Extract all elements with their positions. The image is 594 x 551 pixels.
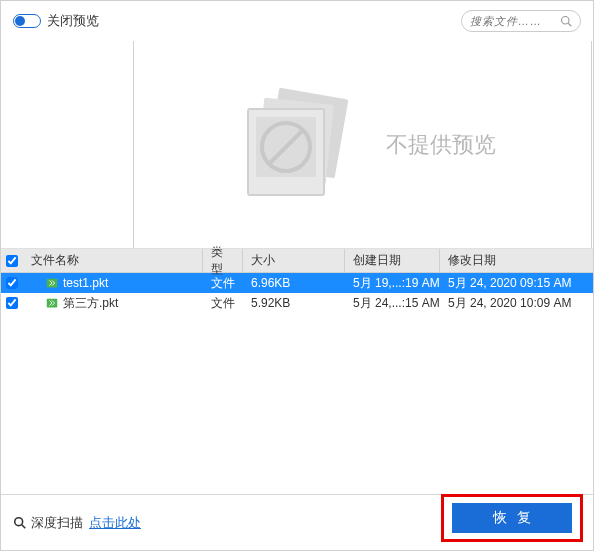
table-row[interactable]: 第三方.pkt 文件 5.92KB 5月 24,...:15 AM 5月 24,… [1, 293, 593, 313]
file-type: 文件 [203, 295, 243, 312]
svg-point-0 [562, 17, 570, 25]
col-size[interactable]: 大小 [243, 249, 345, 272]
header-checkbox[interactable] [6, 255, 18, 267]
table-body: test1.pkt 文件 6.96KB 5月 19,...:19 AM 5月 2… [1, 273, 593, 493]
col-modified[interactable]: 修改日期 [440, 249, 593, 272]
search-icon [560, 15, 572, 27]
col-created[interactable]: 创建日期 [345, 249, 440, 272]
file-modified: 5月 24, 2020 09:15 AM [440, 275, 593, 292]
bottom-bar: 深度扫描 点击此处 恢复 [1, 494, 593, 550]
file-size: 6.96KB [243, 276, 345, 290]
file-created: 5月 24,...:15 AM [345, 295, 440, 312]
col-type[interactable]: 类型 [203, 249, 243, 272]
close-preview-toggle[interactable] [13, 14, 41, 28]
table-header: 文件名称 类型 大小 创建日期 修改日期 [1, 249, 593, 273]
no-preview-image-icon [230, 75, 370, 215]
row-checkbox[interactable] [6, 277, 18, 289]
search-box[interactable] [461, 10, 581, 32]
file-size: 5.92KB [243, 296, 345, 310]
close-preview-label: 关闭预览 [47, 12, 99, 30]
table-row[interactable]: test1.pkt 文件 6.96KB 5月 19,...:19 AM 5月 2… [1, 273, 593, 293]
file-created: 5月 19,...:19 AM [345, 275, 440, 292]
deep-scan-link[interactable]: 点击此处 [89, 514, 141, 532]
recover-highlight: 恢复 [441, 494, 583, 542]
file-name: 第三方.pkt [63, 295, 118, 312]
svg-point-10 [15, 517, 23, 525]
row-checkbox[interactable] [6, 297, 18, 309]
search-input[interactable] [470, 15, 560, 27]
col-name[interactable]: 文件名称 [23, 249, 203, 272]
file-modified: 5月 24, 2020 10:09 AM [440, 295, 593, 312]
magnifier-icon [13, 516, 27, 530]
recover-button[interactable]: 恢复 [452, 503, 572, 533]
svg-line-11 [22, 524, 26, 528]
preview-area: 不提供预览 [1, 41, 593, 249]
deep-scan-label: 深度扫描 [31, 514, 83, 532]
file-type: 文件 [203, 275, 243, 292]
file-icon [45, 276, 59, 290]
close-preview-toggle-group: 关闭预览 [13, 12, 99, 30]
divider [591, 41, 592, 248]
svg-line-1 [568, 23, 571, 26]
file-icon [45, 296, 59, 310]
no-preview-text: 不提供预览 [386, 130, 496, 160]
file-name: test1.pkt [63, 276, 108, 290]
